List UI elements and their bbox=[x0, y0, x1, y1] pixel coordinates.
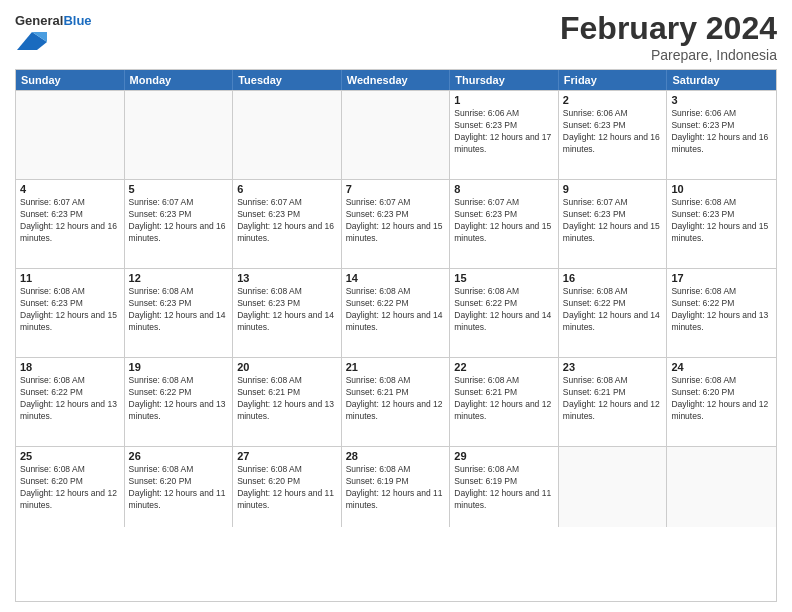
calendar-cell: 12Sunrise: 6:08 AMSunset: 6:23 PMDayligh… bbox=[125, 269, 234, 357]
day-info: Sunrise: 6:08 AMSunset: 6:21 PMDaylight:… bbox=[563, 375, 663, 423]
calendar-cell: 24Sunrise: 6:08 AMSunset: 6:20 PMDayligh… bbox=[667, 358, 776, 446]
calendar-cell: 13Sunrise: 6:08 AMSunset: 6:23 PMDayligh… bbox=[233, 269, 342, 357]
weekday-header: Tuesday bbox=[233, 70, 342, 90]
calendar-cell: 11Sunrise: 6:08 AMSunset: 6:23 PMDayligh… bbox=[16, 269, 125, 357]
calendar-cell: 14Sunrise: 6:08 AMSunset: 6:22 PMDayligh… bbox=[342, 269, 451, 357]
calendar-body: 1Sunrise: 6:06 AMSunset: 6:23 PMDaylight… bbox=[16, 90, 776, 527]
calendar-row: 18Sunrise: 6:08 AMSunset: 6:22 PMDayligh… bbox=[16, 357, 776, 446]
day-info: Sunrise: 6:06 AMSunset: 6:23 PMDaylight:… bbox=[454, 108, 554, 156]
weekday-header: Saturday bbox=[667, 70, 776, 90]
calendar-cell: 19Sunrise: 6:08 AMSunset: 6:22 PMDayligh… bbox=[125, 358, 234, 446]
calendar-cell: 7Sunrise: 6:07 AMSunset: 6:23 PMDaylight… bbox=[342, 180, 451, 268]
day-number: 12 bbox=[129, 272, 229, 284]
calendar-cell: 6Sunrise: 6:07 AMSunset: 6:23 PMDaylight… bbox=[233, 180, 342, 268]
calendar-cell: 26Sunrise: 6:08 AMSunset: 6:20 PMDayligh… bbox=[125, 447, 234, 527]
calendar-cell: 9Sunrise: 6:07 AMSunset: 6:23 PMDaylight… bbox=[559, 180, 668, 268]
day-number: 29 bbox=[454, 450, 554, 462]
logo: GeneralBlue bbox=[15, 14, 92, 57]
day-number: 8 bbox=[454, 183, 554, 195]
day-info: Sunrise: 6:08 AMSunset: 6:21 PMDaylight:… bbox=[237, 375, 337, 423]
logo-icon bbox=[17, 29, 47, 53]
calendar-cell: 18Sunrise: 6:08 AMSunset: 6:22 PMDayligh… bbox=[16, 358, 125, 446]
day-info: Sunrise: 6:08 AMSunset: 6:21 PMDaylight:… bbox=[454, 375, 554, 423]
calendar-row: 1Sunrise: 6:06 AMSunset: 6:23 PMDaylight… bbox=[16, 90, 776, 179]
calendar-cell: 3Sunrise: 6:06 AMSunset: 6:23 PMDaylight… bbox=[667, 91, 776, 179]
day-info: Sunrise: 6:08 AMSunset: 6:22 PMDaylight:… bbox=[671, 286, 772, 334]
calendar-cell: 29Sunrise: 6:08 AMSunset: 6:19 PMDayligh… bbox=[450, 447, 559, 527]
calendar-cell: 4Sunrise: 6:07 AMSunset: 6:23 PMDaylight… bbox=[16, 180, 125, 268]
day-number: 6 bbox=[237, 183, 337, 195]
day-number: 18 bbox=[20, 361, 120, 373]
day-info: Sunrise: 6:07 AMSunset: 6:23 PMDaylight:… bbox=[129, 197, 229, 245]
calendar-cell bbox=[559, 447, 668, 527]
weekday-header: Sunday bbox=[16, 70, 125, 90]
logo-blue: Blue bbox=[63, 13, 91, 28]
day-number: 10 bbox=[671, 183, 772, 195]
calendar-cell: 28Sunrise: 6:08 AMSunset: 6:19 PMDayligh… bbox=[342, 447, 451, 527]
day-info: Sunrise: 6:07 AMSunset: 6:23 PMDaylight:… bbox=[454, 197, 554, 245]
logo-general: General bbox=[15, 13, 63, 28]
day-number: 1 bbox=[454, 94, 554, 106]
day-number: 20 bbox=[237, 361, 337, 373]
day-number: 15 bbox=[454, 272, 554, 284]
day-number: 26 bbox=[129, 450, 229, 462]
day-info: Sunrise: 6:08 AMSunset: 6:22 PMDaylight:… bbox=[346, 286, 446, 334]
weekday-header: Monday bbox=[125, 70, 234, 90]
calendar: SundayMondayTuesdayWednesdayThursdayFrid… bbox=[15, 69, 777, 602]
location: Parepare, Indonesia bbox=[560, 47, 777, 63]
day-number: 22 bbox=[454, 361, 554, 373]
day-number: 28 bbox=[346, 450, 446, 462]
day-info: Sunrise: 6:08 AMSunset: 6:19 PMDaylight:… bbox=[454, 464, 554, 512]
calendar-cell: 16Sunrise: 6:08 AMSunset: 6:22 PMDayligh… bbox=[559, 269, 668, 357]
weekday-header: Wednesday bbox=[342, 70, 451, 90]
calendar-row: 4Sunrise: 6:07 AMSunset: 6:23 PMDaylight… bbox=[16, 179, 776, 268]
calendar-cell bbox=[342, 91, 451, 179]
month-title: February 2024 bbox=[560, 10, 777, 47]
day-number: 2 bbox=[563, 94, 663, 106]
day-info: Sunrise: 6:07 AMSunset: 6:23 PMDaylight:… bbox=[346, 197, 446, 245]
header: GeneralBlue February 2024 Parepare, Indo… bbox=[15, 10, 777, 63]
day-info: Sunrise: 6:08 AMSunset: 6:22 PMDaylight:… bbox=[454, 286, 554, 334]
day-number: 5 bbox=[129, 183, 229, 195]
weekday-header: Thursday bbox=[450, 70, 559, 90]
calendar-cell: 5Sunrise: 6:07 AMSunset: 6:23 PMDaylight… bbox=[125, 180, 234, 268]
day-info: Sunrise: 6:07 AMSunset: 6:23 PMDaylight:… bbox=[563, 197, 663, 245]
day-number: 23 bbox=[563, 361, 663, 373]
calendar-cell: 21Sunrise: 6:08 AMSunset: 6:21 PMDayligh… bbox=[342, 358, 451, 446]
day-info: Sunrise: 6:06 AMSunset: 6:23 PMDaylight:… bbox=[563, 108, 663, 156]
calendar-cell: 20Sunrise: 6:08 AMSunset: 6:21 PMDayligh… bbox=[233, 358, 342, 446]
calendar-cell: 27Sunrise: 6:08 AMSunset: 6:20 PMDayligh… bbox=[233, 447, 342, 527]
day-info: Sunrise: 6:08 AMSunset: 6:20 PMDaylight:… bbox=[129, 464, 229, 512]
day-info: Sunrise: 6:08 AMSunset: 6:23 PMDaylight:… bbox=[20, 286, 120, 334]
day-info: Sunrise: 6:07 AMSunset: 6:23 PMDaylight:… bbox=[237, 197, 337, 245]
calendar-row: 11Sunrise: 6:08 AMSunset: 6:23 PMDayligh… bbox=[16, 268, 776, 357]
page: GeneralBlue February 2024 Parepare, Indo… bbox=[0, 0, 792, 612]
day-info: Sunrise: 6:08 AMSunset: 6:23 PMDaylight:… bbox=[129, 286, 229, 334]
day-number: 9 bbox=[563, 183, 663, 195]
day-number: 21 bbox=[346, 361, 446, 373]
calendar-cell: 10Sunrise: 6:08 AMSunset: 6:23 PMDayligh… bbox=[667, 180, 776, 268]
day-info: Sunrise: 6:07 AMSunset: 6:23 PMDaylight:… bbox=[20, 197, 120, 245]
calendar-row: 25Sunrise: 6:08 AMSunset: 6:20 PMDayligh… bbox=[16, 446, 776, 527]
calendar-cell: 8Sunrise: 6:07 AMSunset: 6:23 PMDaylight… bbox=[450, 180, 559, 268]
calendar-cell: 1Sunrise: 6:06 AMSunset: 6:23 PMDaylight… bbox=[450, 91, 559, 179]
day-info: Sunrise: 6:08 AMSunset: 6:23 PMDaylight:… bbox=[671, 197, 772, 245]
calendar-cell: 2Sunrise: 6:06 AMSunset: 6:23 PMDaylight… bbox=[559, 91, 668, 179]
day-number: 13 bbox=[237, 272, 337, 284]
day-info: Sunrise: 6:08 AMSunset: 6:20 PMDaylight:… bbox=[20, 464, 120, 512]
calendar-cell: 23Sunrise: 6:08 AMSunset: 6:21 PMDayligh… bbox=[559, 358, 668, 446]
title-section: February 2024 Parepare, Indonesia bbox=[560, 10, 777, 63]
day-info: Sunrise: 6:08 AMSunset: 6:22 PMDaylight:… bbox=[563, 286, 663, 334]
calendar-cell: 15Sunrise: 6:08 AMSunset: 6:22 PMDayligh… bbox=[450, 269, 559, 357]
day-info: Sunrise: 6:08 AMSunset: 6:19 PMDaylight:… bbox=[346, 464, 446, 512]
calendar-header: SundayMondayTuesdayWednesdayThursdayFrid… bbox=[16, 70, 776, 90]
day-info: Sunrise: 6:08 AMSunset: 6:20 PMDaylight:… bbox=[237, 464, 337, 512]
day-number: 11 bbox=[20, 272, 120, 284]
calendar-cell: 22Sunrise: 6:08 AMSunset: 6:21 PMDayligh… bbox=[450, 358, 559, 446]
calendar-cell bbox=[667, 447, 776, 527]
calendar-cell bbox=[233, 91, 342, 179]
calendar-cell: 25Sunrise: 6:08 AMSunset: 6:20 PMDayligh… bbox=[16, 447, 125, 527]
day-info: Sunrise: 6:08 AMSunset: 6:21 PMDaylight:… bbox=[346, 375, 446, 423]
day-number: 27 bbox=[237, 450, 337, 462]
day-info: Sunrise: 6:08 AMSunset: 6:20 PMDaylight:… bbox=[671, 375, 772, 423]
